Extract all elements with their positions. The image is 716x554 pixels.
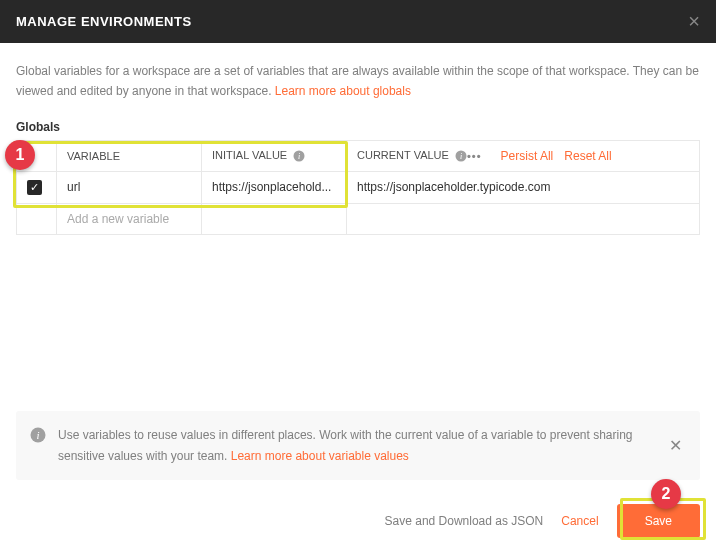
dialog-footer: Save and Download as JSON Cancel Save — [0, 488, 716, 554]
table-row[interactable]: ✓ url https://jsonplacehold... https://j… — [17, 171, 700, 203]
save-button[interactable]: Save — [617, 504, 700, 538]
section-title: Globals — [16, 120, 700, 134]
svg-text:i: i — [460, 152, 462, 161]
col-variable-header: VARIABLE — [57, 140, 202, 171]
info-icon[interactable]: i — [293, 150, 305, 162]
empty-initial-cell[interactable] — [202, 203, 347, 234]
hint-text: Use variables to reuse values in differe… — [58, 425, 653, 466]
info-icon[interactable]: i — [455, 150, 467, 162]
col-initial-value-header: INITIAL VALUE i — [202, 140, 347, 171]
initial-value-cell[interactable]: https://jsonplacehold... — [202, 171, 347, 203]
close-icon[interactable]: × — [688, 10, 700, 33]
close-icon[interactable]: ✕ — [665, 436, 686, 455]
learn-more-values-link[interactable]: Learn more about variable values — [231, 449, 409, 463]
checkbox-checked-icon[interactable]: ✓ — [27, 180, 42, 195]
info-icon: i — [30, 427, 46, 446]
description-text: Global variables for a workspace are a s… — [16, 61, 700, 102]
hint-banner: i Use variables to reuse values in diffe… — [16, 411, 700, 480]
annotation-badge: 2 — [651, 479, 681, 509]
current-value-cell[interactable]: https://jsonplaceholder.typicode.com — [347, 171, 700, 203]
empty-current-cell[interactable] — [347, 203, 700, 234]
reset-all-button[interactable]: Reset All — [564, 149, 611, 163]
variable-name-cell[interactable]: url — [57, 171, 202, 203]
more-actions-icon[interactable]: ••• — [467, 150, 482, 162]
col-current-value-header: CURRENT VALUE i ••• Persist All Reset Al… — [347, 140, 700, 171]
annotation-badge: 1 — [5, 140, 35, 170]
globals-table: VARIABLE INITIAL VALUE i CURRENT VALUE i… — [16, 140, 700, 235]
save-download-button[interactable]: Save and Download as JSON — [385, 514, 544, 528]
svg-text:i: i — [36, 429, 39, 441]
table-row-new[interactable]: Add a new variable — [17, 203, 700, 234]
dialog-body: Global variables for a workspace are a s… — [0, 43, 716, 235]
dialog-title: MANAGE ENVIRONMENTS — [16, 14, 192, 29]
dialog-header: MANAGE ENVIRONMENTS × — [0, 0, 716, 43]
persist-all-button[interactable]: Persist All — [501, 149, 554, 163]
row-checkbox-cell[interactable]: ✓ — [17, 171, 57, 203]
svg-text:i: i — [298, 152, 300, 161]
add-variable-placeholder[interactable]: Add a new variable — [57, 203, 202, 234]
learn-more-globals-link[interactable]: Learn more about globals — [275, 84, 411, 98]
row-checkbox-cell — [17, 203, 57, 234]
cancel-button[interactable]: Cancel — [561, 514, 598, 528]
